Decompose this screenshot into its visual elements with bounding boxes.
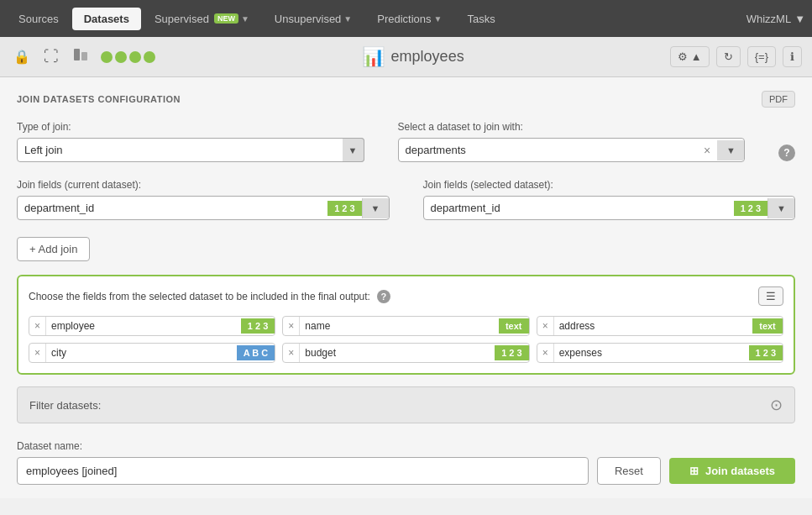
settings-button[interactable]: ⚙ ▲ (670, 46, 709, 67)
bottom-controls: Reset ⊞ Join datasets (17, 457, 795, 485)
select-dataset-group: Select a dataset to join with: × ▼ (398, 121, 746, 162)
field-chip-name: × name text (282, 316, 529, 336)
predictions-arrow-icon: ▼ (434, 14, 443, 24)
nav-user[interactable]: WhizzML ▼ (747, 13, 805, 25)
join-fields-selected-group: Join fields (selected dataset): 1 2 3 ▼ (423, 179, 796, 220)
field-chip-expenses: × expenses 1 2 3 (537, 343, 783, 363)
fields-box: Choose the fields from the selected data… (17, 275, 795, 375)
unsupervised-arrow-icon: ▼ (343, 14, 352, 24)
field-chip-city-remove-icon[interactable]: × (29, 344, 46, 362)
join-fields-current-group: Join fields (current dataset): 1 2 3 ▼ (17, 179, 390, 220)
chart-icon: 📊 (362, 46, 385, 68)
info-button[interactable]: ℹ (783, 46, 802, 67)
join-fields-selected-arrow-icon[interactable]: ▼ (767, 198, 794, 218)
select-dataset-input[interactable] (399, 139, 697, 161)
select-dataset-clear-icon[interactable]: × (697, 140, 718, 160)
join-fields-selected-input[interactable] (424, 197, 734, 219)
nav-supervised[interactable]: Supervised NEW ▼ (143, 8, 261, 30)
fields-menu-button[interactable]: ☰ (758, 286, 783, 306)
type-of-join-select-wrapper: Left join Right join Inner join Outer jo… (17, 138, 364, 162)
field-chip-name-badge: text (499, 318, 529, 334)
dataset-name-input[interactable] (17, 457, 589, 485)
reset-button[interactable]: Reset (597, 457, 661, 485)
bottom-row: Dataset name: Reset ⊞ Join datasets (17, 440, 795, 485)
code-button[interactable]: {=} (747, 46, 776, 67)
field-chip-name-remove-icon[interactable]: × (283, 317, 300, 335)
field-chip-budget-badge: 1 2 3 (495, 345, 528, 360)
toolbar-actions: ⚙ ▲ ↻ {=} ℹ (670, 46, 802, 67)
toolbar: 🔒 ⛶ 📊 employees ⚙ ▲ ↻ {=} ℹ (0, 37, 812, 77)
svg-rect-1 (81, 52, 87, 60)
fields-box-header: Choose the fields from the selected data… (29, 286, 783, 306)
main-content: JOIN DATASETS CONFIGURATION PDF Type of … (0, 77, 812, 498)
field-chip-city-label: city (46, 344, 237, 362)
fields-help-icon[interactable]: ? (377, 290, 390, 303)
status-dots (101, 51, 155, 63)
field-chip-employee: × employee 1 2 3 (29, 316, 275, 336)
dataset-config-icon[interactable] (69, 42, 94, 71)
join-fields-selected-label: Join fields (selected dataset): (423, 179, 796, 191)
type-of-join-group: Type of join: Left join Right join Inner… (17, 121, 364, 162)
join-fields-current-wrapper: 1 2 3 ▼ (17, 196, 390, 220)
select-dataset-label: Select a dataset to join with: (398, 121, 746, 133)
field-chip-expenses-label: expenses (554, 344, 749, 362)
supervised-arrow-icon: ▼ (241, 14, 249, 24)
field-chip-employee-badge: 1 2 3 (241, 318, 275, 334)
dot-1 (101, 51, 113, 63)
field-chip-budget-remove-icon[interactable]: × (283, 344, 300, 362)
join-fields-current-badge: 1 2 3 (327, 201, 361, 216)
fields-box-title-area: Choose the fields from the selected data… (29, 290, 390, 303)
field-chip-address-label: address (554, 317, 752, 335)
navbar: Sources Datasets Supervised NEW ▼ Unsupe… (0, 0, 812, 37)
select-dataset-wrapper: × ▼ (398, 138, 746, 162)
refresh-button[interactable]: ↻ (716, 46, 741, 67)
form-row-2: Join fields (current dataset): 1 2 3 ▼ J… (17, 179, 795, 220)
dataset-tree-icon[interactable]: ⛶ (40, 45, 62, 69)
form-row-1: Type of join: Left join Right join Inner… (17, 121, 795, 162)
dot-4 (144, 51, 155, 63)
dot-3 (129, 51, 141, 63)
field-chip-expenses-remove-icon[interactable]: × (537, 344, 554, 362)
join-icon: ⊞ (689, 465, 699, 477)
field-chip-address-badge: text (752, 318, 783, 334)
type-of-join-arrow-icon[interactable]: ▼ (343, 138, 364, 162)
section-title-text: JOIN DATASETS CONFIGURATION (17, 94, 181, 104)
nav-datasets[interactable]: Datasets (72, 8, 141, 30)
filter-datasets-label: Filter datasets: (29, 399, 101, 412)
nav-tasks[interactable]: Tasks (455, 8, 506, 30)
type-of-join-select[interactable]: Left join Right join Inner join Outer jo… (17, 138, 364, 162)
field-chip-budget-label: budget (300, 344, 495, 362)
toolbar-title: 📊 employees (162, 46, 663, 68)
filter-datasets-row[interactable]: Filter datasets: ⊙ (17, 386, 795, 423)
field-chip-expenses-badge: 1 2 3 (749, 345, 783, 360)
user-arrow-icon: ▼ (794, 13, 805, 25)
nav-unsupervised[interactable]: Unsupervised ▼ (263, 8, 364, 30)
field-chip-city-badge: A B C (237, 345, 275, 360)
help-icon[interactable]: ? (778, 145, 795, 161)
svg-rect-0 (74, 49, 80, 60)
nav-predictions[interactable]: Predictions ▼ (365, 8, 453, 30)
join-fields-current-arrow-icon[interactable]: ▼ (362, 198, 389, 218)
add-join-button[interactable]: + Add join (17, 237, 90, 261)
field-chip-budget: × budget 1 2 3 (282, 343, 529, 363)
section-header: JOIN DATASETS CONFIGURATION PDF (17, 91, 795, 108)
join-fields-current-label: Join fields (current dataset): (17, 179, 390, 191)
field-chip-employee-label: employee (46, 317, 241, 335)
join-fields-selected-wrapper: 1 2 3 ▼ (423, 196, 796, 220)
join-fields-current-input[interactable] (18, 197, 327, 219)
nav-sources[interactable]: Sources (7, 8, 71, 30)
field-chip-name-label: name (300, 317, 498, 335)
field-chip-employee-remove-icon[interactable]: × (29, 317, 46, 335)
field-chip-address: × address text (537, 316, 783, 336)
lock-icon: 🔒 (10, 45, 34, 68)
filter-chevron-icon: ⊙ (770, 396, 783, 414)
fields-box-title-text: Choose the fields from the selected data… (29, 291, 370, 302)
join-fields-selected-badge: 1 2 3 (734, 201, 767, 216)
field-chip-address-remove-icon[interactable]: × (537, 317, 554, 335)
select-dataset-dropdown-icon[interactable]: ▼ (718, 140, 744, 160)
pdf-button[interactable]: PDF (762, 91, 795, 108)
fields-grid: × employee 1 2 3 × name text × address t… (29, 316, 783, 363)
dot-2 (115, 51, 127, 63)
join-datasets-button[interactable]: ⊞ Join datasets (669, 458, 795, 484)
dataset-name-label: Dataset name: (17, 440, 795, 452)
